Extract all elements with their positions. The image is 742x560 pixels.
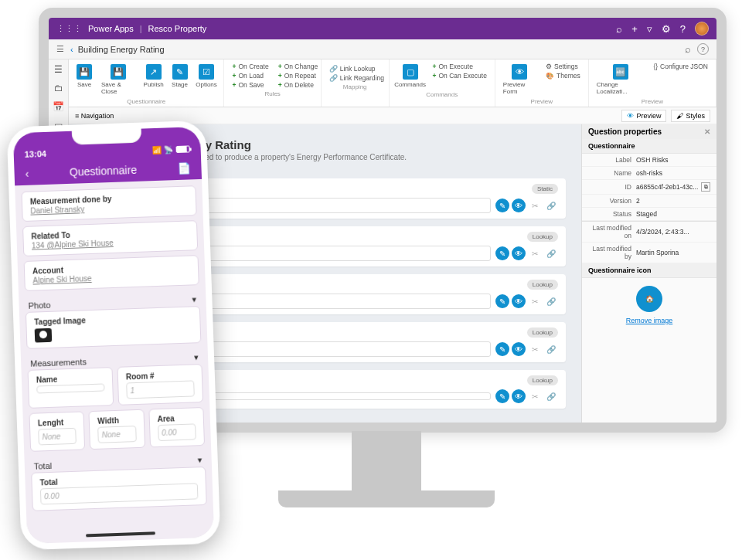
preview-form-button[interactable]: 👁Preview Form [500, 63, 539, 97]
back-icon[interactable]: ‹ [70, 45, 73, 54]
view-icon[interactable]: 👁 [512, 342, 526, 356]
tool-icon[interactable]: ✂ [528, 246, 542, 260]
property-value[interactable]: a6855c4f-2eb1-43c... [636, 183, 699, 191]
on-can-execute[interactable]: +On Can Execute [433, 72, 487, 80]
rule-on-create[interactable]: +On Create [232, 63, 268, 70]
settings-btn[interactable]: ⚙Settings [546, 63, 580, 70]
measurement-field[interactable]: Name [27, 367, 114, 409]
styles-chip[interactable]: 🖌Styles [671, 110, 710, 122]
tool-icon[interactable]: ✂ [528, 294, 542, 308]
close-icon[interactable]: ✕ [704, 127, 710, 136]
group-label: Mapping [326, 83, 384, 90]
questionnaire-icon-preview[interactable]: 🏠 [636, 286, 662, 312]
search-icon[interactable]: ⌕ [616, 23, 622, 35]
monitor-base [278, 490, 495, 507]
form-field-card[interactable]: Measurement done byDaniel Stransky [21, 185, 196, 222]
sidebar-menu-icon[interactable]: ☰ [54, 64, 63, 75]
themes-btn[interactable]: 🎨Themes [546, 72, 580, 80]
sidebar-folder-icon[interactable]: 🗀 [54, 83, 63, 93]
view-icon[interactable]: 👁 [512, 246, 526, 260]
copy-icon[interactable]: ⧉ [701, 182, 710, 192]
edit-icon[interactable]: ✎ [495, 389, 509, 403]
rule-on-delete[interactable]: +On Delete [278, 81, 318, 89]
phone-menu-icon[interactable]: 📄 [177, 161, 191, 175]
save-button[interactable]: 💾Save [73, 63, 95, 90]
nav-panel-label[interactable]: ≡ Navigation [75, 112, 114, 120]
chevron-down-icon[interactable]: ▾ [192, 294, 196, 304]
phone-notch [72, 127, 142, 145]
chevron-down-icon[interactable]: ▾ [194, 352, 199, 362]
help-icon[interactable]: ? [680, 23, 686, 35]
filter-icon[interactable]: ▿ [647, 23, 652, 35]
tool-icon[interactable]: ✂ [528, 389, 542, 403]
question-type-tag: Lookup [527, 280, 558, 290]
property-row: Nameosh-risks [582, 167, 716, 180]
measurement-field[interactable]: LenghtNone [29, 411, 85, 451]
edit-icon[interactable]: ✎ [495, 199, 509, 212]
property-row: IDa6855c4f-2eb1-43c...⧉ [582, 180, 716, 195]
info-icon[interactable]: ? [697, 43, 709, 55]
form-field-card[interactable]: AccountAlpine Ski House [24, 255, 199, 291]
plus-icon[interactable]: + [631, 23, 638, 35]
options-button[interactable]: ☑Options [194, 63, 220, 90]
property-row: Last modified byMartin Sporina [582, 243, 716, 263]
measurement-field[interactable]: WidthNone [89, 409, 145, 450]
rule-on-load[interactable]: +On Load [232, 72, 268, 80]
props-header: Question properties [588, 127, 662, 136]
property-value[interactable]: osh-risks [636, 169, 710, 177]
edit-icon[interactable]: ✎ [495, 246, 509, 260]
property-value[interactable]: Staged [636, 210, 710, 218]
save-close-button[interactable]: 💾Save & Close [98, 63, 138, 97]
measurement-field[interactable]: Room #1 [117, 364, 203, 406]
waffle-icon[interactable]: ⋮⋮⋮ [56, 24, 82, 34]
change-localization-button[interactable]: 🔤Change Localizati... [594, 63, 648, 97]
sidebar-calendar-icon[interactable]: 📅 [53, 101, 64, 112]
view-icon[interactable]: 👁 [512, 199, 526, 212]
rule-on-change[interactable]: +On Change [278, 63, 318, 70]
link-icon[interactable]: 🔗 [544, 199, 558, 212]
search-icon[interactable]: ⌕ [685, 43, 691, 55]
titlebar: ⋮⋮⋮ Power Apps | Resco Property ⌕ + ▿ ⚙ … [49, 18, 716, 39]
ribbon: 💾Save 💾Save & Close ↗Publish ✎Stage ☑Opt… [69, 59, 716, 107]
tool-icon[interactable]: ✂ [528, 199, 542, 212]
form-field-card[interactable]: Related To134 @Alpine Ski House [22, 220, 198, 256]
app-name: Power Apps [88, 24, 134, 33]
phone-time: 13:04 [25, 149, 47, 159]
section-total: Total [34, 460, 53, 470]
remove-image-link[interactable]: Remove image [582, 317, 716, 324]
preview-chip[interactable]: 👁Preview [621, 110, 666, 122]
stage-button[interactable]: ✎Stage [169, 63, 191, 90]
tagged-image-card[interactable]: Tagged Image [26, 306, 202, 349]
link-icon[interactable]: 🔗 [544, 246, 558, 260]
commands-button[interactable]: ▢Commands [394, 63, 427, 90]
edit-icon[interactable]: ✎ [495, 294, 509, 308]
rule-on-save[interactable]: +On Save [232, 81, 268, 89]
publish-button[interactable]: ↗Publish [141, 63, 166, 90]
chevron-down-icon[interactable]: ▾ [197, 455, 202, 465]
phone-form-body[interactable]: Measurement done byDaniel StranskyRelate… [15, 179, 214, 544]
total-card[interactable]: Total 0.00 [31, 467, 207, 511]
rule-on-repeat[interactable]: +On Repeat [278, 72, 318, 80]
gear-icon[interactable]: ⚙ [662, 23, 671, 35]
view-icon[interactable]: 👁 [512, 294, 526, 308]
on-execute[interactable]: +On Execute [433, 63, 487, 70]
tool-icon[interactable]: ✂ [528, 342, 542, 356]
camera-icon[interactable] [35, 328, 53, 343]
signal-icons: 📶 📡 [152, 144, 190, 154]
icon-section: Questionnaire icon [582, 263, 716, 278]
view-icon[interactable]: 👁 [512, 389, 526, 403]
link-icon[interactable]: 🔗 [544, 294, 558, 308]
link-lookup[interactable]: 🔗Link Lookup [329, 65, 381, 73]
measurement-field[interactable]: Area0.00 [148, 407, 205, 447]
hamburger-icon[interactable]: ☰ [56, 44, 64, 54]
edit-icon[interactable]: ✎ [495, 342, 509, 356]
avatar[interactable] [695, 22, 709, 36]
question-type-tag: Static [532, 184, 558, 194]
property-value[interactable]: OSH Risks [636, 156, 710, 164]
phone-mockup: 13:04 📶 📡 ‹ Questionnaire 📄 Measurement … [7, 120, 221, 551]
property-value[interactable]: 2 [636, 197, 710, 205]
configure-json[interactable]: {}Configure JSON [653, 63, 708, 70]
link-regarding[interactable]: 🔗Link Regarding [329, 74, 381, 82]
link-icon[interactable]: 🔗 [544, 342, 558, 356]
link-icon[interactable]: 🔗 [544, 389, 558, 403]
